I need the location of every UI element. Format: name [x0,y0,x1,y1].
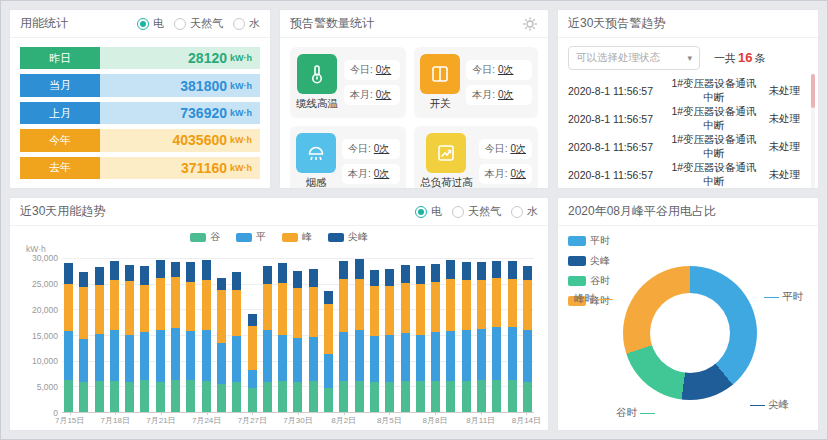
legend-swatch [568,276,586,286]
pie-label-peak-time: 峰时 [574,292,613,306]
tile-label: 开关 [430,97,451,111]
alarm-list-item[interactable]: 2020-8-1 11:56:57 1#变压器设备通讯中断 未处理 [568,133,800,161]
legend-item-flat-time[interactable]: 平时 [568,234,610,248]
radio-gas[interactable]: 天然气 [452,204,501,219]
bar-segment-谷 [355,381,364,412]
bar-segment-峰 [79,287,88,339]
radio-icon[interactable] [233,18,245,30]
bar-segment-峰 [64,284,73,331]
legend-item-sharp-peak[interactable]: 尖峰 [328,230,368,244]
radio-electric[interactable]: 电 [415,204,442,219]
scrollbar-thumb[interactable] [811,74,815,108]
radio-electric[interactable]: 电 [137,16,164,31]
bar-segment-峰 [401,283,410,333]
alarm-list-body: 可以选择处理状态 ▾ 一共16条 2020-8-1 11:56:57 1#变压器… [558,38,818,189]
bar-segment-平 [462,330,471,381]
bar-segment-平 [140,332,149,380]
radio-icon[interactable] [137,18,149,30]
count-link[interactable]: 0次 [510,142,526,156]
radio-icon[interactable] [415,206,427,218]
radio-icon[interactable] [511,206,523,218]
alarm-time: 2020-8-1 11:56:57 [568,169,670,181]
bar-segment-谷 [370,382,379,412]
tile-label: 烟感 [306,176,327,189]
stacked-bar [508,258,517,412]
bar-segment-谷 [477,380,486,412]
bar-segment-平 [248,370,257,388]
bar-segment-峰 [125,281,134,334]
alarm-list-item[interactable]: 2020-8-1 11:56:57 1#变压器设备通讯中断 未处理 [568,105,800,133]
bar-segment-平 [492,327,501,379]
radio-label: 天然气 [468,204,501,219]
row-label: 今年 [20,129,100,151]
bar-segment-谷 [309,381,318,412]
row-value: 371160kW·h [100,157,260,179]
pie-chart-body: 平时 尖峰 谷时 峰时 平时 尖峰 谷时 峰时 [558,226,818,430]
x-tick-label: 7月15日 [55,415,84,426]
alarm-time: 2020-8-1 11:56:57 [568,141,670,153]
radio-water[interactable]: 水 [511,204,538,219]
status-filter-dropdown[interactable]: 可以选择处理状态 ▾ [568,46,700,70]
legend-swatch [236,233,252,242]
alarm-time: 2020-8-1 11:56:57 [568,113,670,125]
alarm-list-item[interactable]: 2020-8-1 11:56:57 1#变压器设备通讯中断 未处理 [568,77,800,105]
row-label: 昨日 [20,47,100,69]
bar-segment-平 [401,333,410,381]
count-link[interactable]: 0次 [374,142,390,156]
stacked-bar [79,258,88,412]
usage-type-radio-group: 电 天然气 水 [415,204,538,219]
radio-icon[interactable] [174,18,186,30]
bar-segment-峰 [431,282,440,332]
energy-row-current-month: 当月 381800kW·h [20,74,260,96]
bar-segment-峰 [309,287,318,337]
count-link[interactable]: 0次 [374,167,390,181]
x-tick-mark [526,412,527,415]
bar-segment-尖峰 [171,262,180,277]
count-link[interactable]: 0次 [498,88,514,102]
radio-water[interactable]: 水 [233,16,260,31]
overload-chart-icon [426,133,466,173]
count-link[interactable]: 0次 [376,88,392,102]
radio-icon[interactable] [452,206,464,218]
energy-stats-header: 用能统计 电 天然气 水 [10,10,270,38]
count-link[interactable]: 0次 [376,63,392,77]
top-row: 用能统计 电 天然气 水 [9,9,819,189]
bar-segment-谷 [385,382,394,412]
alarm-list-item[interactable]: 2020-8-1 11:56:57 1#变压器设备通讯中断 未处理 [568,161,800,189]
bar-segment-平 [64,331,73,380]
bar-segment-平 [324,354,333,388]
radio-gas[interactable]: 天然气 [174,16,223,31]
bar-segment-尖峰 [186,262,195,282]
bar-segment-峰 [140,285,149,333]
bar-segment-平 [95,334,104,381]
bar-segment-平 [186,331,195,380]
x-tick-label: 8月5日 [377,415,402,426]
switch-icon [420,54,460,94]
count-link[interactable]: 0次 [510,167,526,181]
bar-segment-峰 [171,277,180,328]
legend-item-valley-time[interactable]: 谷时 [568,274,610,288]
x-tick-label: 7月18日 [101,415,130,426]
legend-item-flat[interactable]: 平 [236,230,266,244]
scrollbar-track[interactable] [811,74,815,189]
gear-icon[interactable] [522,16,538,32]
legend-item-peak[interactable]: 峰 [282,230,312,244]
today-count-pill: 今日:0次 [342,139,400,159]
x-tick-mark [344,412,345,415]
legend-item-sharp-peak-time[interactable]: 尖峰 [568,254,610,268]
alarm-device: 1#变压器设备通讯中断 [670,105,758,133]
legend-swatch [328,233,344,242]
x-tick-mark [435,412,436,415]
energy-row-yesterday: 昨日 28120kW·h [20,47,260,69]
filter-row: 可以选择处理状态 ▾ 一共16条 [568,46,808,70]
bar-segment-峰 [156,278,165,330]
bar-segment-峰 [446,279,455,331]
stacked-bar [355,258,364,412]
count-link[interactable]: 0次 [498,63,514,77]
legend-item-valley[interactable]: 谷 [190,230,220,244]
alarm-status: 未处理 [758,84,800,98]
bar-segment-尖峰 [278,263,287,283]
stacked-bar [370,258,379,412]
x-tick-mark [161,412,162,415]
bar-segment-谷 [263,382,272,412]
